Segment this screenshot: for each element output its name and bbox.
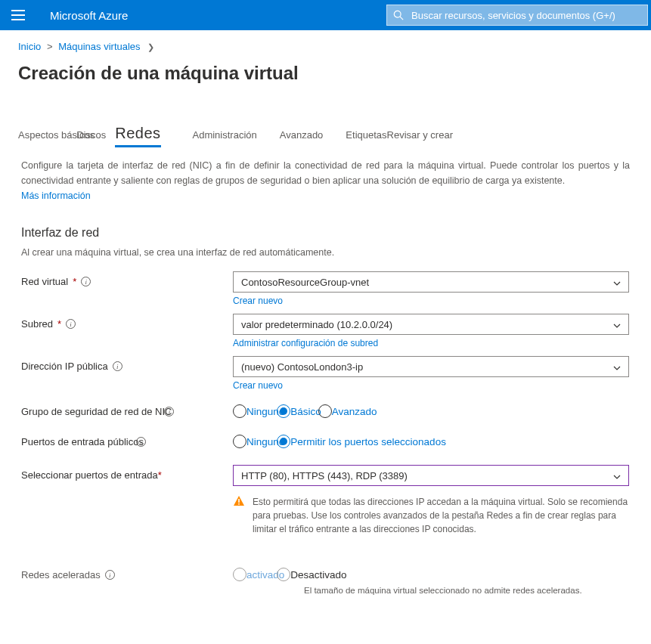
description-text: Configure la tarjeta de interfaz de red … (21, 160, 630, 186)
svg-line-4 (400, 17, 403, 20)
publicip-value: (nuevo) ContosoLondon3-ip (241, 361, 363, 373)
label-subnet-text: Subred (21, 318, 53, 330)
breadcrumb-sep: > (47, 41, 53, 52)
top-bar: Microsoft Azure Buscar recursos, servici… (0, 0, 651, 30)
ports-select[interactable]: HTTP (80), HTTPS (443), RDP (3389) (233, 465, 629, 486)
brand-label: Microsoft Azure (36, 9, 128, 22)
label-nsg-text: Grupo de seguridad de red de NIC (21, 406, 172, 417)
search-icon (393, 10, 404, 20)
svg-rect-6 (238, 499, 240, 503)
row-vnet: Red virtual * i ContosoResourceGroup-vne… (21, 271, 630, 306)
page-title: Creación de una máquina virtual (0, 52, 651, 84)
inbound-radio-group: Ninguno Permitir los puertos seleccionad… (233, 432, 630, 448)
svg-rect-2 (11, 19, 25, 20)
svg-point-3 (394, 11, 401, 17)
label-inbound: Puertos de entrada públicos i (21, 432, 233, 447)
accel-note: El tamaño de máquina virtual seleccionad… (233, 586, 630, 595)
label-vnet: Red virtual * i (21, 271, 233, 287)
publicip-create-link[interactable]: Crear nuevo (233, 380, 630, 391)
more-info-link[interactable]: Más información (21, 190, 91, 201)
wizard-tabs: Aspectos básicos Discos Redes Administra… (0, 84, 651, 147)
info-icon[interactable]: i (136, 437, 146, 447)
inbound-allow[interactable]: Permitir los puertos seleccionados (277, 435, 446, 448)
label-ports: Seleccionar puertos de entrada * (21, 465, 233, 481)
accel-off-label: Desactivado (290, 569, 346, 581)
breadcrumb: Inicio > Máquinas virtuales ❯ (0, 30, 651, 52)
info-icon[interactable]: i (81, 277, 91, 286)
global-search[interactable]: Buscar recursos, servicios y documentos … (386, 5, 648, 26)
tab-disks[interactable]: Discos (76, 129, 106, 141)
svg-rect-1 (11, 14, 25, 16)
warning-icon (233, 495, 245, 507)
info-icon[interactable]: i (66, 319, 76, 329)
chevron-down-icon (613, 320, 621, 328)
svg-rect-0 (11, 10, 25, 11)
label-subnet: Subred * i (21, 314, 233, 330)
subnet-select[interactable]: valor predeterminado (10.2.0.0/24) (233, 314, 629, 335)
nsg-radio-group: Ninguno Básico Avanzado (233, 401, 630, 418)
row-inbound: Puertos de entrada públicos i Ninguno Pe… (21, 432, 630, 448)
required-star: * (158, 469, 162, 481)
breadcrumb-vms[interactable]: Máquinas virtuales (58, 41, 140, 52)
label-nsg: Grupo de seguridad de red de NIC i (21, 401, 233, 417)
svg-rect-7 (238, 503, 240, 505)
info-icon[interactable]: i (105, 570, 115, 580)
nsg-basic[interactable]: Básico (277, 404, 321, 418)
hamburger-menu[interactable] (0, 10, 36, 20)
info-icon[interactable]: i (164, 407, 174, 416)
accel-off[interactable]: Desactivado (277, 568, 346, 581)
row-accel: Redes aceleradas i activado Desactivado … (21, 565, 630, 595)
inbound-allow-label: Permitir los puertos seleccionados (290, 436, 446, 447)
row-subnet: Subred * i valor predeterminado (10.2.0.… (21, 314, 630, 348)
chevron-down-icon (613, 363, 621, 370)
ports-warning: Esto permitirá que todas las direcciones… (233, 495, 629, 536)
label-publicip: Dirección IP pública i (21, 356, 233, 372)
tab-advanced[interactable]: Avanzado (280, 129, 324, 141)
required-star: * (73, 276, 76, 287)
subnet-value: valor predeterminado (10.2.0.0/24) (241, 319, 392, 330)
tab-networking[interactable]: Redes (115, 125, 160, 147)
publicip-select[interactable]: (nuevo) ContosoLondon3-ip (233, 356, 629, 377)
vnet-value: ContosoResourceGroup-vnet (241, 277, 369, 288)
label-inbound-text: Puertos de entrada públicos (21, 436, 144, 447)
subnet-manage-link[interactable]: Administrar configuración de subred (233, 338, 630, 348)
nsg-advanced[interactable]: Avanzado (318, 404, 377, 418)
vnet-select[interactable]: ContosoResourceGroup-vnet (233, 271, 629, 293)
label-publicip-text: Dirección IP pública (21, 361, 108, 372)
hamburger-icon (11, 10, 25, 20)
search-placeholder: Buscar recursos, servicios y documentos … (411, 10, 615, 21)
row-nsg: Grupo de seguridad de red de NIC i Ningu… (21, 401, 630, 418)
info-icon[interactable]: i (113, 361, 122, 371)
vnet-create-link[interactable]: Crear nuevo (233, 296, 630, 306)
nsg-basic-label: Básico (290, 406, 321, 417)
row-ports: Seleccionar puertos de entrada * HTTP (8… (21, 465, 630, 536)
chevron-down-icon (613, 278, 621, 286)
warning-text: Esto permitirá que todas las direcciones… (253, 495, 629, 536)
tab-description: Configure la tarjeta de interfaz de red … (0, 147, 651, 203)
breadcrumb-home[interactable]: Inicio (18, 41, 41, 52)
section-heading: Interfaz de red (0, 203, 651, 240)
label-vnet-text: Red virtual (21, 276, 68, 287)
tab-review[interactable]: Revisar y crear (387, 129, 453, 141)
label-accel-text: Redes aceleradas (21, 569, 101, 581)
label-ports-text: Seleccionar puertos de entrada (21, 469, 158, 481)
network-form: Red virtual * i ContosoResourceGroup-vne… (0, 258, 651, 595)
required-star: * (57, 318, 61, 330)
nsg-advanced-label: Avanzado (332, 406, 377, 417)
chevron-down-icon (613, 472, 621, 479)
chevron-right-icon: ❯ (147, 42, 154, 52)
label-accel: Redes aceleradas i (21, 565, 233, 581)
tab-management[interactable]: Administración (193, 129, 257, 141)
accel-radio-group: activado Desactivado (233, 565, 630, 581)
ports-value: HTTP (80), HTTPS (443), RDP (3389) (241, 470, 408, 481)
section-sub: Al crear una máquina virtual, se crea un… (0, 240, 651, 258)
tab-tags[interactable]: Etiquetas (346, 129, 386, 141)
row-publicip: Dirección IP pública i (nuevo) ContosoLo… (21, 356, 630, 391)
